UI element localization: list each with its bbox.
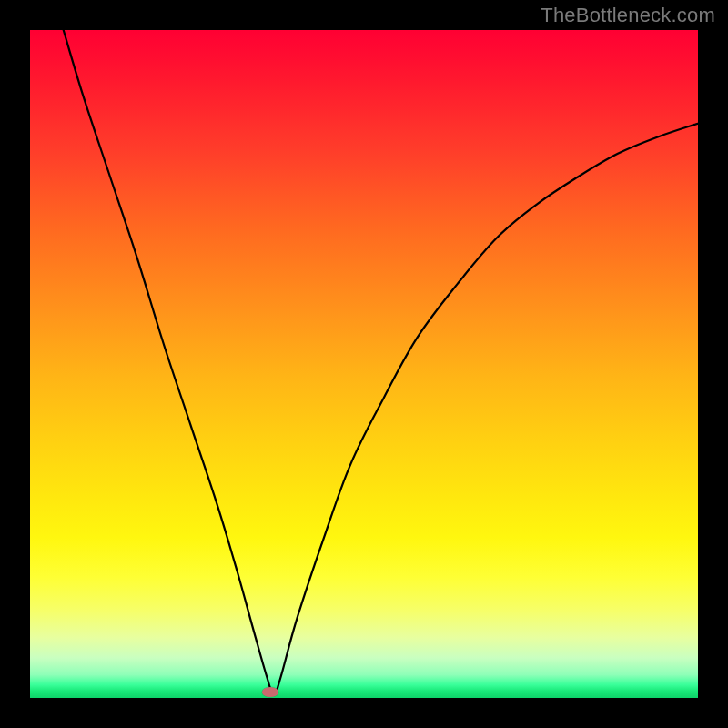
- bottleneck-curve: [30, 30, 698, 698]
- watermark-text: TheBottleneck.com: [541, 4, 715, 27]
- chart-frame: TheBottleneck.com: [0, 0, 728, 728]
- plot-area: [30, 30, 698, 698]
- optimum-marker: [262, 687, 278, 697]
